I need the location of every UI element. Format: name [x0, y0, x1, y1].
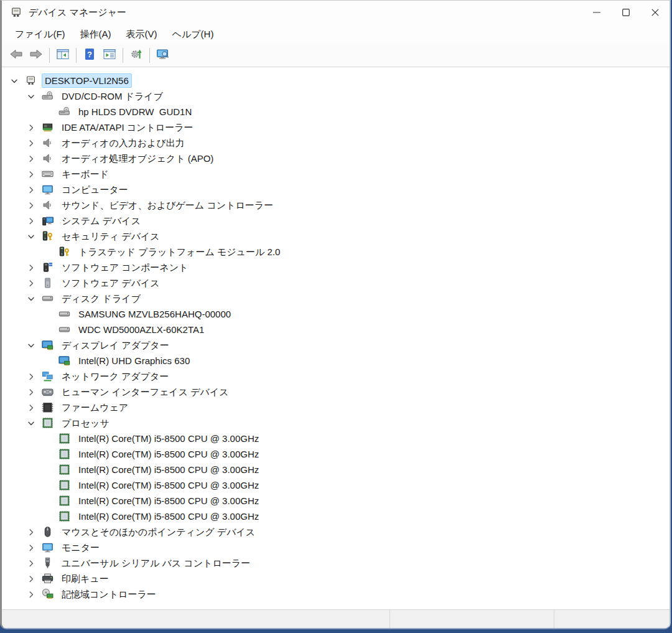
tree-item[interactable]: ネットワーク アダプター: [2, 368, 670, 384]
tree-item[interactable]: Intel(R) Core(TM) i5-8500 CPU @ 3.00GHz: [2, 431, 670, 446]
tree-item[interactable]: SAMSUNG MZVLB256HAHQ-00000: [2, 306, 670, 322]
tree-item[interactable]: ソフトウェア コンポーネント: [2, 260, 670, 275]
chevron-collapsed-icon[interactable]: [26, 169, 42, 179]
chevron-expanded-icon[interactable]: [9, 76, 25, 86]
tree-item[interactable]: Intel(R) Core(TM) i5-8500 CPU @ 3.00GHz: [2, 493, 670, 509]
chevron-collapsed-icon[interactable]: [26, 123, 42, 133]
tree-item[interactable]: hp HLDS DVDRW GUD1N: [2, 104, 670, 120]
tree-item[interactable]: マウスとそのほかのポインティング デバイス: [2, 524, 670, 540]
chevron-expanded-icon[interactable]: [26, 340, 42, 350]
tree-item[interactable]: Intel(R) UHD Graphics 630: [2, 353, 670, 368]
tree-item-label: WDC WD5000AZLX-60K2TA1: [75, 322, 207, 337]
mouse-icon: [42, 526, 54, 538]
tree-item[interactable]: プロセッサ: [2, 415, 670, 431]
chevron-collapsed-icon[interactable]: [26, 527, 42, 537]
tree-item-label: Intel(R) Core(TM) i5-8500 CPU @ 3.00GHz: [75, 447, 262, 461]
tree-item-label: マウスとそのほかのポインティング デバイス: [58, 525, 258, 539]
chevron-collapsed-icon[interactable]: [26, 558, 42, 568]
tree-item[interactable]: IDE ATA/ATAPI コントローラー: [2, 120, 670, 135]
tree-item[interactable]: Intel(R) Core(TM) i5-8500 CPU @ 3.00GHz: [2, 446, 670, 462]
minimize-button[interactable]: [582, 1, 611, 24]
back-button[interactable]: [6, 46, 26, 65]
tree-item-label: Intel(R) Core(TM) i5-8500 CPU @ 3.00GHz: [75, 509, 262, 523]
tree-item[interactable]: 記憶域コントローラー: [2, 586, 670, 602]
tree-item-label: Intel(R) Core(TM) i5-8500 CPU @ 3.00GHz: [75, 431, 262, 446]
chevron-collapsed-icon[interactable]: [26, 278, 42, 288]
tree-item[interactable]: ヒューマン インターフェイス デバイス: [2, 384, 670, 400]
disk-drive-icon: [58, 324, 71, 335]
tree-item[interactable]: ディスク ドライブ: [2, 291, 670, 306]
tree-item[interactable]: ディスプレイ アダプター: [2, 337, 670, 353]
scan-hardware-icon: [129, 47, 143, 63]
storage-controller-icon: [42, 588, 54, 600]
remote-computer-button[interactable]: [153, 46, 173, 65]
title-bar[interactable]: デバイス マネージャー: [2, 1, 670, 24]
chevron-collapsed-icon[interactable]: [26, 200, 42, 210]
tree-item-label: ユニバーサル シリアル バス コントローラー: [58, 556, 253, 570]
tree-item[interactable]: ソフトウェア デバイス: [2, 275, 670, 291]
chevron-collapsed-icon[interactable]: [26, 216, 42, 226]
help-button[interactable]: ?: [80, 46, 100, 65]
chevron-collapsed-icon[interactable]: [26, 589, 42, 599]
chevron-collapsed-icon[interactable]: [26, 387, 42, 397]
menu-view[interactable]: 表示(V): [119, 27, 165, 42]
processor-chip-icon: [42, 417, 54, 429]
tree-item-label: Intel(R) Core(TM) i5-8500 CPU @ 3.00GHz: [75, 494, 262, 508]
menu-file[interactable]: ファイル(F): [7, 27, 73, 42]
processor-chip-icon: [58, 495, 71, 507]
tree-item[interactable]: WDC WD5000AZLX-60K2TA1: [2, 322, 670, 337]
chevron-collapsed-icon[interactable]: [26, 263, 42, 273]
tree-item[interactable]: トラステッド プラットフォーム モジュール 2.0: [2, 244, 670, 260]
tree-item[interactable]: オーディオの入力および出力: [2, 135, 670, 151]
speaker-icon: [42, 199, 54, 211]
tree-item[interactable]: モニター: [2, 540, 670, 555]
chevron-collapsed-icon[interactable]: [26, 543, 42, 553]
chevron-collapsed-icon[interactable]: [26, 138, 42, 148]
chevron-collapsed-icon[interactable]: [26, 372, 42, 382]
tree-item-label: ファームウェア: [58, 400, 131, 415]
tree-item[interactable]: オーディオ処理オブジェクト (APO): [2, 151, 670, 166]
tree-item-label: ディスプレイ アダプター: [58, 338, 172, 352]
tree-item-label: DESKTOP-VLI2N56: [42, 73, 132, 88]
properties-icon: [103, 47, 116, 63]
tree-item[interactable]: システム デバイス: [2, 213, 670, 228]
tree-item[interactable]: 印刷キュー: [2, 571, 670, 586]
tree-item[interactable]: Intel(R) Core(TM) i5-8500 CPU @ 3.00GHz: [2, 462, 670, 477]
tree-item[interactable]: Intel(R) Core(TM) i5-8500 CPU @ 3.00GHz: [2, 509, 670, 524]
software-component-icon: [42, 261, 54, 273]
tree-item[interactable]: DVD/CD-ROM ドライブ: [2, 88, 670, 104]
tree-item[interactable]: サウンド、ビデオ、およびゲーム コントローラー: [2, 197, 670, 213]
tree-item[interactable]: ユニバーサル シリアル バス コントローラー: [2, 555, 670, 571]
chevron-expanded-icon[interactable]: [26, 418, 42, 428]
tree-item[interactable]: DESKTOP-VLI2N56: [2, 73, 670, 88]
maximize-button[interactable]: [611, 1, 640, 24]
chevron-collapsed-icon[interactable]: [26, 403, 42, 413]
tree-item[interactable]: コンピューター: [2, 182, 670, 197]
show-hide-console-tree-button[interactable]: [53, 46, 73, 65]
tree-item[interactable]: セキュリティ デバイス: [2, 228, 670, 244]
chevron-expanded-icon[interactable]: [26, 232, 42, 241]
chevron-expanded-icon[interactable]: [26, 91, 42, 101]
chevron-collapsed-icon[interactable]: [26, 574, 42, 584]
tree-item-label: セキュリティ デバイス: [58, 229, 163, 243]
properties-button[interactable]: [100, 46, 119, 65]
chevron-collapsed-icon[interactable]: [26, 154, 42, 164]
printer-icon: [42, 573, 54, 584]
close-button[interactable]: [640, 1, 670, 24]
window-controls: [582, 1, 670, 24]
tree-item[interactable]: Intel(R) Core(TM) i5-8500 CPU @ 3.00GHz: [2, 477, 670, 493]
device-tree[interactable]: DESKTOP-VLI2N56DVD/CD-ROM ドライブhp HLDS DV…: [2, 67, 670, 609]
chevron-collapsed-icon[interactable]: [26, 185, 42, 195]
display-adapter-icon: [58, 355, 71, 367]
tree-item-label: Intel(R) Core(TM) i5-8500 CPU @ 3.00GHz: [75, 462, 262, 477]
forward-button[interactable]: [26, 46, 46, 65]
scan-for-hardware-changes-button[interactable]: [126, 46, 146, 65]
chevron-expanded-icon[interactable]: [26, 294, 42, 304]
menu-action[interactable]: 操作(A): [73, 27, 119, 42]
menu-help[interactable]: ヘルプ(H): [165, 27, 222, 42]
ide-controller-icon: [42, 121, 54, 133]
tree-item[interactable]: ファームウェア: [2, 400, 670, 415]
tree-item[interactable]: キーボード: [2, 166, 670, 182]
disk-drive-icon: [58, 308, 71, 320]
tree-item-label: SAMSUNG MZVLB256HAHQ-00000: [75, 307, 234, 321]
